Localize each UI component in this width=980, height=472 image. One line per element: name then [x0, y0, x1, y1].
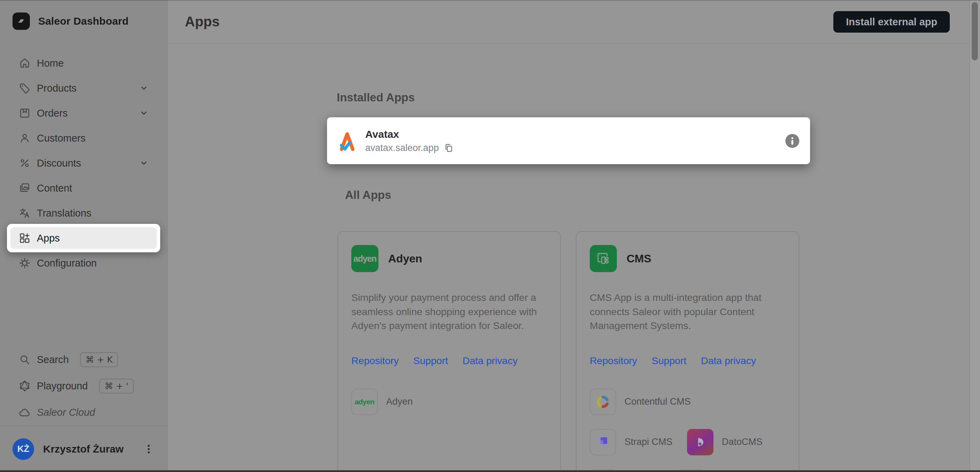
translations-icon [19, 207, 30, 219]
app-card-description: Simplify your payment process and offer … [352, 290, 547, 333]
tag-icon [19, 82, 30, 94]
search-icon [19, 354, 30, 366]
sidebar-item-label: Configuration [37, 258, 97, 269]
home-icon [19, 57, 30, 69]
repository-link[interactable]: Repository [590, 355, 637, 366]
support-link[interactable]: Support [413, 355, 448, 366]
window-bottom-edge [0, 470, 980, 472]
sidebar-item-label: Products [37, 82, 76, 94]
sidebar-item-orders[interactable]: Orders [10, 101, 157, 126]
search-button[interactable]: Search ⌘ + K [10, 346, 157, 373]
sidebar-item-label: Orders [37, 108, 68, 119]
app-card-description: CMS App is a multi-integration app that … [590, 290, 785, 333]
main-area: Apps Install external app Installed Apps… [167, 0, 980, 472]
app-card-cms: CMS CMS App is a multi-integration app t… [576, 231, 799, 472]
user-name: Krzysztof Żuraw [43, 443, 134, 455]
sidebar-item-home[interactable]: Home [10, 51, 157, 76]
integration-contentful: Contentful CMS [590, 389, 691, 415]
sidebar-spacer [0, 276, 167, 346]
search-label: Search [37, 354, 69, 366]
app-title: Saleor Dashboard [38, 15, 129, 27]
sidebar-item-configuration[interactable]: Configuration [10, 250, 157, 276]
page-title: Apps [185, 14, 220, 30]
sidebar-item-products[interactable]: Products [10, 76, 157, 101]
app-card-title: Adyen [388, 252, 422, 265]
user-menu[interactable]: KŻ Krzysztof Żuraw [0, 426, 167, 472]
app-card-links: Repository Support Data privacy [590, 355, 785, 366]
gear-icon [19, 257, 30, 269]
sidebar-item-label: Customers [37, 133, 86, 144]
graphql-playground-icon [19, 380, 30, 392]
repository-link[interactable]: Repository [352, 355, 399, 366]
orders-icon [19, 107, 30, 119]
kebab-menu-icon[interactable] [143, 443, 154, 455]
apps-icon [19, 232, 30, 244]
page-scrollbar [970, 0, 980, 472]
app-card-links: Repository Support Data privacy [352, 355, 547, 366]
saleor-logo [13, 13, 30, 30]
strapi-logo [590, 429, 616, 455]
cloud-icon [19, 406, 30, 418]
installed-app-url: avatax.saleor.app [365, 143, 439, 154]
copy-icon[interactable] [444, 143, 454, 154]
sidebar-item-content[interactable]: Content [10, 176, 157, 201]
integration-datocms: DatoCMS [687, 429, 762, 455]
cms-logo [590, 245, 617, 272]
sidebar: Saleor Dashboard Home Products [0, 0, 167, 472]
adyen-wordmark-logo: adyen [352, 389, 378, 415]
all-apps-grid: adyen Adyen Simplify your payment proces… [327, 231, 810, 472]
playground-label: Playground [37, 380, 88, 392]
datocms-logo [687, 429, 713, 455]
sidebar-item-label: Translations [37, 207, 91, 219]
playground-shortcut-badge: ⌘ + ' [99, 379, 134, 394]
spotlight-apps: Apps [7, 224, 160, 252]
avatax-info: Avatax avatax.saleor.app [365, 128, 454, 154]
support-link[interactable]: Support [652, 355, 686, 366]
installed-apps-heading: Installed Apps [337, 91, 810, 104]
sidebar-item-translations[interactable]: Translations [10, 201, 157, 226]
chevron-down-icon [139, 109, 148, 118]
avatax-logo [339, 131, 355, 151]
installed-app-name: Avatax [365, 128, 454, 140]
sidebar-item-label: Apps [37, 233, 60, 244]
avatar: KŻ [13, 438, 34, 460]
installed-app-row-avatax[interactable]: Avatax avatax.saleor.app [327, 117, 810, 164]
saleor-cloud-label: Saleor Cloud [37, 407, 95, 418]
content-area: Installed Apps Avatax avatax.saleor.app [167, 44, 970, 472]
sidebar-item-label: Content [37, 182, 72, 194]
scrollbar-thumb[interactable] [972, 2, 978, 60]
adyen-logo: adyen [352, 245, 379, 272]
saleor-cloud-link[interactable]: Saleor Cloud [10, 399, 157, 426]
app-card-adyen: adyen Adyen Simplify your payment proces… [337, 231, 561, 472]
search-shortcut-badge: ⌘ + K [80, 352, 118, 367]
page-header: Apps Install external app [167, 0, 970, 44]
content-container: Installed Apps Avatax avatax.saleor.app [327, 91, 810, 472]
chevron-down-icon [139, 84, 148, 93]
all-apps-heading: All Apps [345, 188, 810, 202]
data-privacy-link[interactable]: Data privacy [701, 355, 756, 366]
sidebar-item-discounts[interactable]: Discounts [10, 150, 157, 176]
info-icon[interactable] [785, 134, 800, 148]
content-icon [19, 182, 30, 194]
playground-button[interactable]: Playground ⌘ + ' [10, 373, 157, 399]
contentful-logo [590, 389, 616, 415]
install-external-app-button[interactable]: Install external app [834, 11, 950, 33]
customers-icon [19, 132, 30, 144]
sidebar-item-customers[interactable]: Customers [10, 126, 157, 150]
sidebar-item-label: Discounts [37, 158, 81, 169]
sidebar-utility: Search ⌘ + K Playground ⌘ + ' Saleor Clo… [0, 346, 167, 426]
chevron-down-icon [139, 158, 148, 168]
sidebar-item-apps[interactable]: Apps [10, 227, 157, 249]
integration-strapi: Strapi CMS [590, 429, 673, 455]
sidebar-item-label: Home [37, 58, 64, 69]
sidebar-nav: Home Products Orders [0, 51, 167, 276]
integration-list: Contentful CMS Strapi CMS [590, 389, 785, 472]
data-privacy-link[interactable]: Data privacy [463, 355, 517, 366]
window-top-edge [0, 0, 980, 1]
integration-list: adyen Adyen [352, 389, 547, 415]
discounts-icon [19, 157, 30, 169]
integration-adyen: adyen Adyen [352, 389, 413, 415]
sidebar-header: Saleor Dashboard [0, 0, 167, 30]
saleor-dashboard-screen: Saleor Dashboard Home Products [0, 0, 980, 472]
app-card-title: CMS [627, 252, 651, 265]
